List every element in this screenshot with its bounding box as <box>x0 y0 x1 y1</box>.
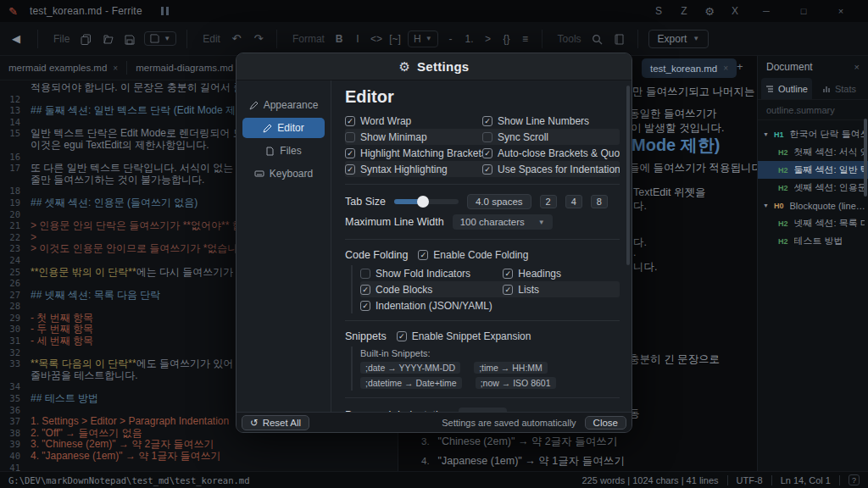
export-button[interactable]: Export ▼ <box>648 30 709 48</box>
line-number: 12 <box>0 94 31 106</box>
save-icon[interactable] <box>119 32 141 45</box>
new-file-icon[interactable] <box>75 32 97 45</box>
tab-size-preset-2[interactable]: 2 <box>540 195 557 208</box>
sync-status-button[interactable]: S <box>646 5 671 17</box>
headings-checkbox[interactable]: ✓Headings <box>503 268 632 280</box>
status-divider <box>771 475 772 485</box>
horizontal-rule-button[interactable]: - <box>442 33 460 45</box>
blockquote-button[interactable]: > <box>479 33 498 45</box>
save-as-dropdown[interactable]: ▼ <box>144 31 176 46</box>
close-button[interactable]: Close <box>585 416 626 430</box>
inline-code-button[interactable]: <> <box>367 33 386 45</box>
enable-code-folding-checkbox[interactable]: ✓ Enable Code Folding <box>418 249 555 261</box>
maximize-button[interactable]: □ <box>785 6 822 16</box>
tab-size-preset-8[interactable]: 8 <box>591 195 608 208</box>
outline-item[interactable]: ▼H1한국어 단락 들여쓰기 테스트 <box>758 125 868 143</box>
close-icon[interactable]: × <box>854 62 860 72</box>
tab-label: test_korean.md <box>650 64 717 74</box>
checkbox-row: ✓Word Wrap✓Show Line Numbers <box>345 113 620 129</box>
tab-mermaid-examples[interactable]: mermaid examples.md × <box>0 56 126 80</box>
tab-mermaid-diagrams[interactable]: mermaid-diagrams.md <box>127 56 242 80</box>
highlight-matching-brackets-checkbox[interactable]: ✓Highlight Matching Brackets <box>345 147 482 159</box>
outline-item[interactable]: H2첫째 섹션: 서식 있는 단락 <box>758 143 868 161</box>
show-line-numbers-checkbox[interactable]: ✓Show Line Numbers <box>482 115 620 127</box>
reset-all-button[interactable]: ↺ Reset All <box>242 415 309 430</box>
tab-outline[interactable]: Outline <box>761 78 812 99</box>
expand-icon[interactable]: ▼ <box>763 131 774 137</box>
editor-line[interactable]: 393. "Chinese (2em)" → 약 2글자 들여쓰기 <box>0 439 398 451</box>
line-number: 24 <box>0 255 31 267</box>
max-line-width-select[interactable]: 100 characters ▼ <box>453 214 553 230</box>
line-text: > 이것도 인용문 안이므로 들여쓰기가 *없습니 <box>31 243 237 255</box>
word-count: 225 words | 1024 chars | 41 lines <box>581 475 718 485</box>
word-wrap-checkbox[interactable]: ✓Word Wrap <box>345 115 482 127</box>
lists-checkbox[interactable]: ✓Lists <box>503 284 632 296</box>
outline-scrollbar[interactable] <box>864 119 867 197</box>
nav-editor[interactable]: Editor <box>242 118 325 138</box>
nav-appearance[interactable]: Appearance <box>242 95 325 115</box>
back-button[interactable]: ◀ <box>0 32 31 45</box>
undo-icon[interactable]: ↶ <box>225 32 248 45</box>
strikethrough-button[interactable]: [~] <box>386 33 404 45</box>
syntax-highlighting-checkbox[interactable]: ✓Syntax Highlighting <box>345 164 482 175</box>
table-icon[interactable]: ≡ <box>516 33 535 45</box>
open-file-icon[interactable] <box>97 32 119 45</box>
outline-item[interactable]: H2셋째 섹션: 인용문 (들여쓰기 없음) <box>758 179 868 197</box>
outline-item[interactable]: H2넷째 섹션: 목록 다음 단락 <box>758 214 868 232</box>
dictionary-icon[interactable] <box>609 32 631 45</box>
show-fold-indicators-checkbox[interactable]: ✓Show Fold Indicators <box>360 268 503 280</box>
slider-knob[interactable] <box>417 196 429 208</box>
line-number: 36 <box>0 405 31 417</box>
preview-text: Mode 제한) <box>632 134 720 157</box>
checkbox-icon: ✓ <box>360 269 370 279</box>
minimize-button[interactable]: ─ <box>748 6 785 16</box>
line-text: ## 둘째 섹션: 일반 텍스트 단락 (Edit Mode 제한) <box>31 105 249 117</box>
outline-item[interactable]: ▼H0Blockquote (line… <box>758 197 868 214</box>
outline-item[interactable]: H2테스트 방법 <box>758 232 868 250</box>
search-icon[interactable] <box>587 32 609 45</box>
heading-dropdown[interactable]: H ▼ <box>408 30 438 47</box>
help-button[interactable]: ? <box>849 474 860 485</box>
sync-scroll-checkbox[interactable]: ✓Sync Scroll <box>482 131 620 143</box>
nav-files[interactable]: Files <box>242 141 325 161</box>
tab-test-korean[interactable]: test_korean.md × <box>642 58 737 78</box>
close-window-button[interactable]: × <box>822 6 860 16</box>
auto-close-brackets-quotes-checkbox[interactable]: ✓Auto-close Brackets & Quotes <box>482 147 620 159</box>
tab-size-slider[interactable] <box>394 199 459 204</box>
enable-snippet-expansion-checkbox[interactable]: ✓ Enable Snippet Expansion <box>397 330 534 342</box>
zen-mode-button[interactable]: Z <box>671 5 697 17</box>
nav-keyboard[interactable]: Keyboard <box>242 164 325 184</box>
close-icon[interactable]: × <box>113 64 118 73</box>
ordered-list-button[interactable]: 1. <box>460 33 479 45</box>
new-tab-button[interactable]: + <box>737 60 743 73</box>
tab-stats[interactable]: Stats <box>814 78 865 99</box>
expand-icon[interactable]: ▼ <box>763 202 774 208</box>
indentation-json-yaml-checkbox[interactable]: ✓Indentation (JSON/YAML) <box>360 300 503 312</box>
editor-line[interactable]: 404. "Japanese (1em)" → 약 1글자 들여쓰기 <box>0 451 398 463</box>
code-blocks-checkbox[interactable]: ✓Code Blocks <box>360 284 503 296</box>
toolbar-divider <box>186 30 187 48</box>
dialog-scrollbar[interactable] <box>626 86 630 265</box>
line-number: 19 <box>0 197 31 209</box>
close-tab-button[interactable]: X <box>722 5 748 17</box>
outline-item[interactable]: H2둘째 섹션: 일반 텍스트 단락 <box>758 161 868 179</box>
bold-button[interactable]: B <box>330 33 348 45</box>
tab-size-preset-4[interactable]: 4 <box>565 195 582 208</box>
redo-icon[interactable]: ↷ <box>248 32 270 45</box>
use-spaces-for-indentation-checkbox[interactable]: ✓Use Spaces for Indentation <box>482 164 620 175</box>
heading-level-badge: H1 <box>774 130 784 139</box>
code-block-button[interactable]: {} <box>498 33 516 45</box>
settings-gear-icon[interactable]: ⚙ <box>697 5 722 18</box>
checkbox-label: Syntax Highlighting <box>360 164 448 175</box>
checkbox-label: Indentation (JSON/YAML) <box>376 300 492 312</box>
outline-item-label: 둘째 섹션: 일반 텍스트 단락 <box>794 164 865 176</box>
toolbar: ◀ File ▼ Edit ↶ ↷ Format B I <> [~] H ▼ … <box>0 22 868 56</box>
italic-button[interactable]: I <box>348 33 367 45</box>
checkbox-label: Headings <box>518 268 561 280</box>
close-icon[interactable]: × <box>723 64 728 73</box>
show-minimap-checkbox[interactable]: ✓Show Minimap <box>345 131 482 143</box>
line-number: 38 <box>0 428 31 440</box>
checkbox-label: Show Fold Indicators <box>376 268 470 280</box>
checkbox-icon: ✓ <box>482 116 492 126</box>
settings-content: Editor ✓Word Wrap✓Show Line Numbers✓Show… <box>331 80 632 413</box>
